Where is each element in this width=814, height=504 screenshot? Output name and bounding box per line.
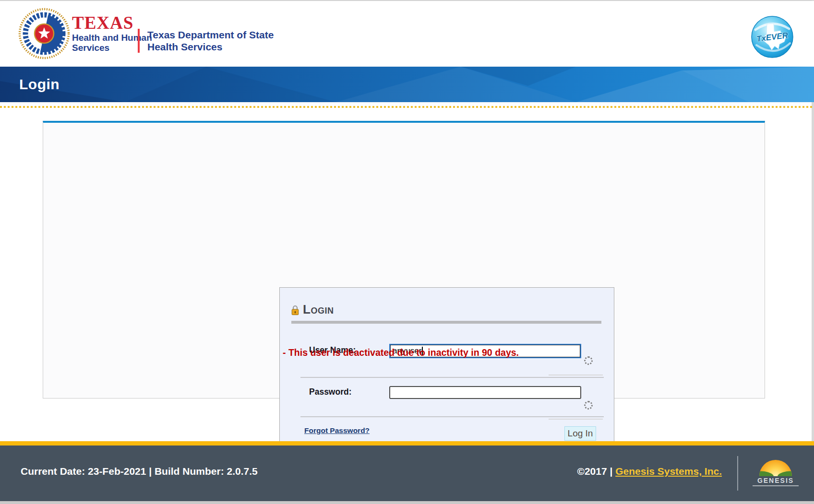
loading-spinner-icon xyxy=(584,401,593,410)
page-title-banner: Login xyxy=(0,67,814,102)
content-panel: Login User Name: anyuser Password: Forgo… xyxy=(43,121,765,399)
login-form-heading: Login xyxy=(303,302,334,317)
genesis-logo: GENESIS xyxy=(753,460,799,486)
genesis-sunrise-icon xyxy=(759,460,792,476)
footer-gold-bar xyxy=(0,441,814,445)
row-divider-dash xyxy=(549,419,603,420)
genesis-hill-right xyxy=(777,470,792,476)
texas-hhs-seal-icon xyxy=(17,7,71,60)
log-in-button[interactable]: Log In xyxy=(564,426,596,441)
page-title: Login xyxy=(19,76,60,93)
row-divider xyxy=(300,377,604,378)
forgot-password-link[interactable]: Forgot Password? xyxy=(304,426,370,435)
gold-dotted-separator xyxy=(0,106,814,108)
hhs-line1: Health and Human xyxy=(72,33,152,43)
header: TEXAS Health and Human Services Texas De… xyxy=(0,1,814,67)
copyright-text: ©2017 | xyxy=(577,466,612,477)
password-input[interactable] xyxy=(389,386,581,399)
genesis-systems-link[interactable]: Genesis Systems, Inc. xyxy=(615,466,722,477)
footer-status-text: Current Date: 23-Feb-2021 | Build Number… xyxy=(21,466,258,477)
error-message: - This user is deactivated due to inacti… xyxy=(283,347,523,358)
hhs-line2: Services xyxy=(72,43,152,53)
heading-underline-bar xyxy=(291,321,601,324)
lock-icon xyxy=(291,305,299,316)
footer-vertical-divider xyxy=(737,456,738,491)
department-line2: Health Services xyxy=(147,41,274,53)
row-divider-dash xyxy=(549,375,603,375)
password-label: Password: xyxy=(309,387,352,397)
department-line1: Texas Department of State xyxy=(147,29,274,41)
hhs-wordmark-block: TEXAS Health and Human Services xyxy=(72,13,152,53)
header-red-divider xyxy=(138,29,140,53)
window-bottom-strip xyxy=(0,501,814,504)
footer: Current Date: 23-Feb-2021 | Build Number… xyxy=(0,445,814,501)
footer-copyright: ©2017 | Genesis Systems, Inc. xyxy=(577,466,722,477)
genesis-hill-left xyxy=(759,470,774,476)
texas-wordmark: TEXAS xyxy=(72,13,152,33)
banner-facets-decoration xyxy=(0,67,814,102)
login-form-box: Login User Name: anyuser Password: Forgo… xyxy=(279,287,614,461)
txever-globe-logo-icon: TxEVER xyxy=(751,15,794,59)
loading-spinner-icon xyxy=(584,356,593,365)
department-title: Texas Department of State Health Service… xyxy=(147,29,274,53)
genesis-logo-text: GENESIS xyxy=(753,477,799,486)
login-page: TEXAS Health and Human Services Texas De… xyxy=(0,0,814,504)
row-divider xyxy=(300,416,604,417)
